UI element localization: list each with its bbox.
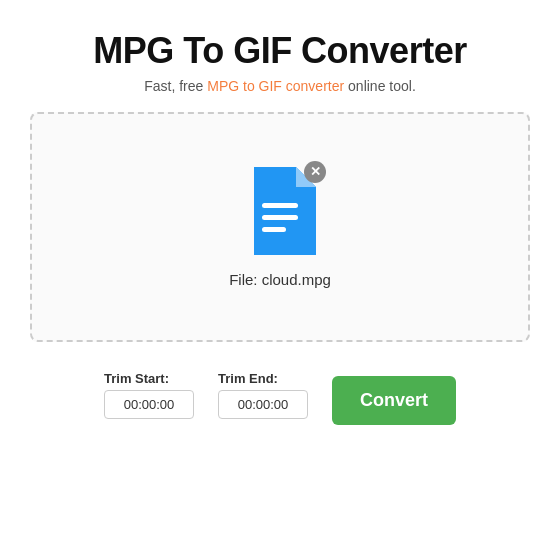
controls-row: Trim Start: Trim End: Convert [30,364,530,425]
trim-start-group: Trim Start: [104,371,194,419]
remove-icon: ✕ [310,165,321,178]
convert-button[interactable]: Convert [332,376,456,425]
subtitle-highlight: MPG to GIF converter [207,78,344,94]
file-icon [244,167,316,255]
svg-rect-1 [262,215,298,220]
trim-end-input[interactable] [218,390,308,419]
trim-start-input[interactable] [104,390,194,419]
page-title: MPG To GIF Converter [93,30,466,72]
subtitle-suffix: online tool. [344,78,416,94]
svg-rect-0 [262,203,298,208]
file-icon-wrapper: ✕ [244,167,316,259]
trim-start-label: Trim Start: [104,371,169,386]
subtitle-prefix: Fast, free [144,78,207,94]
svg-rect-2 [262,227,286,232]
file-name: File: cloud.mpg [229,271,331,288]
trim-end-group: Trim End: [218,371,308,419]
drop-zone[interactable]: ✕ File: cloud.mpg [30,112,530,342]
trim-end-label: Trim End: [218,371,278,386]
subtitle: Fast, free MPG to GIF converter online t… [144,78,416,94]
remove-file-button[interactable]: ✕ [304,161,326,183]
